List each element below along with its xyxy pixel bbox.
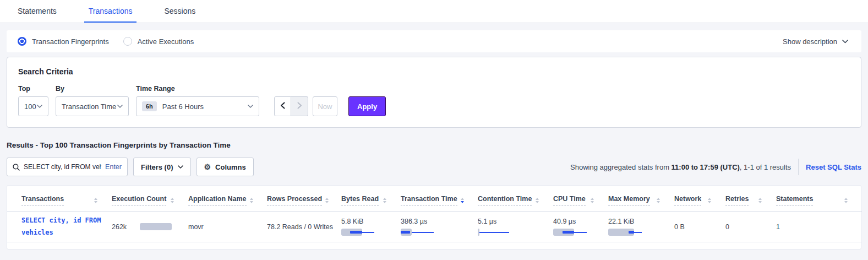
- vertical-divider: [798, 159, 799, 175]
- time-range-select[interactable]: 6h Past 6 Hours: [136, 96, 259, 116]
- search-criteria-card: Search Criteria Top 100 By Transaction T…: [7, 57, 861, 128]
- column-header-statements[interactable]: Statements: [776, 195, 862, 205]
- filters-label: Filters (0): [141, 163, 173, 171]
- column-header-max-memory[interactable]: Max Memory: [608, 195, 674, 205]
- column-header-retries[interactable]: Retries: [725, 195, 776, 205]
- show-description-toggle[interactable]: Show description: [783, 37, 848, 46]
- by-select-value: Transaction Time: [62, 102, 116, 111]
- sort-icon-active[interactable]: [457, 198, 464, 203]
- sort-icon[interactable]: [532, 198, 539, 203]
- column-header-network[interactable]: Network: [674, 195, 725, 205]
- cell-network: 0 B: [674, 212, 725, 242]
- radio-active-executions[interactable]: Active Executions: [123, 37, 194, 46]
- column-header-bytes-read[interactable]: Bytes Read: [341, 195, 401, 205]
- table-row: SELECT city, id FROMvehicles 262k movr 7…: [7, 212, 862, 242]
- top-label: Top: [18, 85, 48, 93]
- apply-button[interactable]: Apply: [348, 96, 386, 116]
- tab-transactions[interactable]: Transactions: [84, 0, 137, 23]
- gear-icon: ⚙: [204, 163, 211, 171]
- tab-bar: Statements Transactions Sessions: [0, 0, 868, 23]
- search-input-wrap: Enter: [7, 158, 128, 176]
- search-criteria-form: Top 100 By Transaction Time Time Range 6…: [18, 85, 850, 116]
- results-heading: Results - Top 100 Transaction Fingerprin…: [7, 141, 861, 149]
- sort-icon[interactable]: [755, 198, 762, 203]
- chevron-down-icon: [842, 40, 848, 44]
- chevron-down-icon: [248, 105, 253, 108]
- time-range-field: Time Range 6h Past 6 Hours: [136, 85, 259, 116]
- time-range-badge: 6h: [142, 101, 157, 111]
- tab-statements[interactable]: Statements: [13, 0, 61, 23]
- radio-label: Active Executions: [138, 37, 194, 46]
- time-range-label: Time Range: [136, 85, 259, 93]
- by-select[interactable]: Transaction Time: [56, 96, 129, 116]
- table-header-row: Transactions Execution Count Application…: [7, 186, 862, 212]
- column-header-contention-time[interactable]: Contention Time: [478, 195, 553, 205]
- sort-icon[interactable]: [322, 198, 329, 203]
- reset-sql-stats-link[interactable]: Reset SQL Stats: [806, 163, 861, 171]
- sort-icon[interactable]: [167, 198, 174, 203]
- chevron-down-icon: [117, 105, 123, 108]
- transaction-fingerprint-link[interactable]: SELECT city, id FROMvehicles: [21, 215, 101, 239]
- cell-execution-count: 262k: [112, 223, 188, 231]
- by-label: By: [56, 85, 129, 93]
- bytes-read-barchart: [341, 229, 402, 236]
- column-header-transaction-time[interactable]: Transaction Time: [401, 195, 478, 205]
- time-range-value-wrap: 6h Past 6 Hours: [142, 101, 204, 111]
- max-memory-barchart: [608, 229, 669, 236]
- aggregated-stats-area: Showing aggregated stats from 11:00 to 1…: [570, 159, 861, 175]
- time-prev-button[interactable]: [274, 96, 291, 116]
- cell-contention-time: 5.1 µs: [478, 218, 553, 236]
- filters-button[interactable]: Filters (0): [133, 158, 191, 176]
- column-header-transactions[interactable]: Transactions: [7, 195, 112, 205]
- column-header-cpu-time[interactable]: CPU Time: [553, 195, 608, 205]
- search-criteria-title: Search Criteria: [18, 67, 850, 76]
- by-field: By Transaction Time: [56, 85, 129, 116]
- top-field: Top 100: [18, 85, 48, 116]
- cell-retries: 0: [725, 212, 776, 242]
- sort-icon[interactable]: [380, 198, 386, 203]
- results-controls-row: Enter Filters (0) ⚙ Columns Showing aggr…: [7, 158, 861, 176]
- cell-bytes-read: 5.8 KiB: [341, 218, 401, 236]
- column-header-application-name[interactable]: Application Name: [188, 195, 267, 205]
- radio-label: Transaction Fingerprints: [32, 37, 109, 46]
- transactions-table: Transactions Execution Count Application…: [7, 186, 862, 242]
- top-select-value: 100: [24, 102, 36, 111]
- radio-unselected-icon: [123, 37, 132, 46]
- radio-selected-icon: [18, 37, 26, 46]
- contention-time-barchart: [478, 229, 538, 236]
- column-header-execution-count[interactable]: Execution Count: [112, 195, 188, 205]
- search-input[interactable]: [24, 163, 101, 171]
- chevron-right-icon: [297, 102, 302, 111]
- radio-transaction-fingerprints[interactable]: Transaction Fingerprints: [18, 37, 109, 46]
- columns-button[interactable]: ⚙ Columns: [196, 158, 254, 176]
- column-header-rows-processed[interactable]: Rows Processed: [267, 195, 341, 205]
- time-next-button[interactable]: [291, 96, 308, 116]
- cell-max-memory: 22.1 KiB: [608, 218, 674, 236]
- search-enter-hint[interactable]: Enter: [105, 163, 122, 171]
- show-description-label: Show description: [783, 37, 837, 46]
- cell-transaction-time: 386.3 µs: [401, 218, 478, 236]
- tab-sessions[interactable]: Sessions: [160, 0, 200, 23]
- cell-statements: 1: [776, 212, 862, 242]
- execution-count-bar: [140, 223, 172, 230]
- cell-rows-processed: 78.2 Reads / 0 Writes: [267, 212, 341, 242]
- top-select[interactable]: 100: [18, 96, 48, 116]
- chevron-down-icon: [178, 165, 183, 169]
- sort-icon[interactable]: [653, 198, 660, 203]
- chevron-down-icon: [37, 105, 42, 108]
- time-window-nav: [274, 96, 308, 116]
- aggregated-stats-text: Showing aggregated stats from 11:00 to 1…: [570, 163, 791, 171]
- cell-application-name: movr: [188, 212, 267, 242]
- sort-icon[interactable]: [705, 198, 711, 203]
- now-button[interactable]: Now: [313, 96, 337, 116]
- sort-icon[interactable]: [841, 198, 848, 203]
- chevron-left-icon: [280, 102, 285, 111]
- sort-icon[interactable]: [247, 198, 253, 203]
- transactions-table-card: Transactions Execution Count Application…: [7, 185, 861, 250]
- cpu-time-barchart: [553, 229, 614, 236]
- columns-label: Columns: [215, 163, 246, 171]
- sort-icon[interactable]: [91, 198, 97, 203]
- stats-time-range: 11:00 to 17:59 (UTC): [672, 163, 740, 171]
- sort-icon[interactable]: [587, 198, 594, 203]
- transaction-time-barchart: [401, 229, 461, 236]
